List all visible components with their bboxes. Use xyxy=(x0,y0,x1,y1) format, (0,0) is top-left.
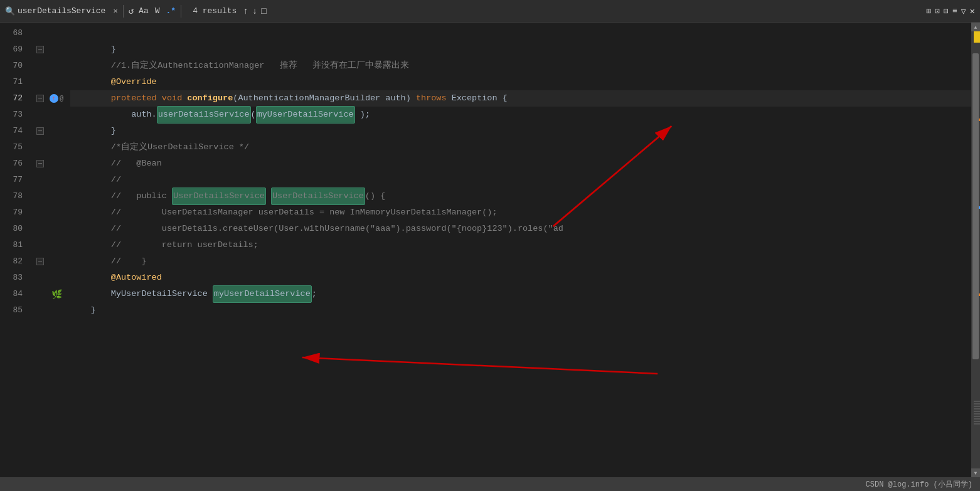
line-num-80: 80 xyxy=(3,221,28,237)
close-toolbar-icon[interactable]: ✕ xyxy=(970,6,975,16)
ann-row-83 xyxy=(48,270,65,286)
scrollbar-thumb[interactable] xyxy=(972,53,979,359)
layout-icon[interactable]: ≡ xyxy=(952,6,957,16)
tab-close-icon[interactable]: ✕ xyxy=(113,6,117,16)
ann-row-69 xyxy=(48,41,65,58)
ann-row-84: 🌿 xyxy=(48,286,65,302)
code-token: } xyxy=(70,123,116,139)
fold-row-83 xyxy=(33,270,48,286)
line-num-82: 82 xyxy=(3,253,28,270)
line-num-81: 81 xyxy=(3,237,28,253)
fold-icon-72[interactable]: ─ xyxy=(36,95,44,102)
code-line-74: } xyxy=(70,123,971,139)
status-text: CSDN @log.info (小吕同学) xyxy=(866,479,972,490)
scroll-marker-lines xyxy=(974,399,980,425)
fold-row-69: ─ xyxy=(33,41,48,58)
line-num-71: 71 xyxy=(3,74,28,90)
line-num-73: 73 xyxy=(3,107,28,123)
fold-icon-76[interactable]: ─ xyxy=(36,160,44,167)
code-token-protected: protected xyxy=(70,90,157,107)
fold-row-85 xyxy=(33,302,48,319)
word-icon[interactable]: W xyxy=(155,6,160,16)
breakpoint-indicator: ↑ xyxy=(50,94,58,103)
code-token: auth. xyxy=(70,107,157,123)
fold-icon-82[interactable]: ─ xyxy=(36,258,44,265)
code-token-myUDS-84: myUserDetailService xyxy=(213,285,312,303)
line-numbers: 68 69 70 71 72 73 74 75 76 77 78 79 80 8… xyxy=(3,23,33,477)
line-num-76: 76 xyxy=(3,156,28,172)
code-line-79: // UserDetailsManager userDetails = new … xyxy=(70,204,971,221)
toolbar-nav: ↑ ↓ □ xyxy=(243,6,266,16)
line-num-74: 74 xyxy=(3,123,28,139)
filter-icon[interactable]: ⊞ xyxy=(926,6,931,16)
code-line-70: //1.自定义AuthenticationManager 推荐 并没有在工厂中暴… xyxy=(70,58,971,74)
editor-body: 68 69 70 71 72 73 74 75 76 77 78 79 80 8… xyxy=(0,23,980,477)
fold-row-71 xyxy=(33,74,48,90)
fold-row-70 xyxy=(33,58,48,74)
code-token: } xyxy=(70,41,116,58)
code-token: // UserDetailsManager userDetails = new … xyxy=(70,204,498,221)
line-num-68: 68 xyxy=(3,25,28,41)
scrollbar-track xyxy=(971,31,980,468)
code-token: // @Bean xyxy=(70,156,162,172)
fold-icon-74[interactable]: ─ xyxy=(36,127,44,135)
more-icon[interactable]: ⊡ xyxy=(935,6,940,16)
ann-row-71 xyxy=(48,74,65,90)
nav-up-icon[interactable]: ↑ xyxy=(243,6,248,16)
code-line-76: // @Bean xyxy=(70,156,971,172)
scroll-up-button[interactable]: ▲ xyxy=(971,23,980,31)
code-line-81: // return userDetails; xyxy=(70,237,971,253)
ann-row-78 xyxy=(48,188,65,204)
leaf-icon: 🌿 xyxy=(51,289,62,300)
ann-row-73 xyxy=(48,107,65,123)
toolbar-divider xyxy=(123,5,124,18)
ann-row-68 xyxy=(48,25,65,41)
code-line-75: /*自定义UserDetailService */ xyxy=(70,139,971,156)
ann-row-76 xyxy=(48,156,65,172)
ann-row-75 xyxy=(48,139,65,156)
code-token-userDetailsService-current: userDetailsService xyxy=(157,106,251,124)
case-sensitive-icon[interactable]: Aa xyxy=(139,6,149,16)
code-token xyxy=(157,90,162,107)
code-token: // xyxy=(70,172,121,188)
code-token-autowired: @Autowired xyxy=(70,270,162,286)
scroll-down-button[interactable]: ▼ xyxy=(971,468,980,477)
toolbar-divider-2 xyxy=(181,5,181,18)
match-brackets-icon[interactable]: □ xyxy=(261,6,266,16)
code-line-69: } xyxy=(70,41,971,58)
at-marker: @ xyxy=(60,95,64,102)
ann-row-74 xyxy=(48,123,65,139)
funnel-icon[interactable]: ▽ xyxy=(961,6,966,16)
nav-down-icon[interactable]: ↓ xyxy=(252,6,257,16)
line-num-69: 69 xyxy=(3,41,28,58)
line-num-70: 70 xyxy=(3,58,28,74)
line-num-84: 84 xyxy=(3,286,28,302)
status-bar: CSDN @log.info (小吕同学) xyxy=(0,477,980,491)
fold-row-84 xyxy=(33,286,48,302)
code-token-UDS1: UserDetailsService xyxy=(172,187,266,205)
code-token xyxy=(266,188,271,204)
code-line-68 xyxy=(70,25,971,41)
code-line-78: // public UserDetailsService UserDetails… xyxy=(70,188,971,204)
annotation-gutter: ↑ @ 🌿 xyxy=(48,23,65,477)
fold-row-72: ─ xyxy=(33,90,48,107)
line-num-75: 75 xyxy=(3,139,28,156)
ann-row-72: ↑ @ xyxy=(48,90,65,107)
filter2-icon[interactable]: ⊟ xyxy=(944,6,949,16)
code-token: MyUserDetailService xyxy=(70,286,213,302)
code-token-UDS2: UserDetailsService xyxy=(271,187,365,205)
fold-icon-69[interactable]: ─ xyxy=(36,46,44,53)
code-token: //1.自定义AuthenticationManager 推荐 并没有在工厂中暴… xyxy=(70,58,409,74)
ann-row-77 xyxy=(48,172,65,188)
regex-icon[interactable]: .* xyxy=(166,6,176,16)
results-count: 4 results xyxy=(193,6,237,16)
fold-row-68 xyxy=(33,25,48,41)
ann-row-85 xyxy=(48,302,65,319)
code-line-77: // xyxy=(70,172,971,188)
code-area[interactable]: } //1.自定义AuthenticationManager 推荐 并没有在工厂… xyxy=(65,23,971,477)
code-token: ; xyxy=(312,286,317,302)
redo-icon[interactable]: ↺ xyxy=(129,6,134,16)
right-scrollbar[interactable]: ▲ ▼ xyxy=(971,23,980,477)
ann-row-70 xyxy=(48,58,65,74)
fold-row-74: ─ xyxy=(33,123,48,139)
